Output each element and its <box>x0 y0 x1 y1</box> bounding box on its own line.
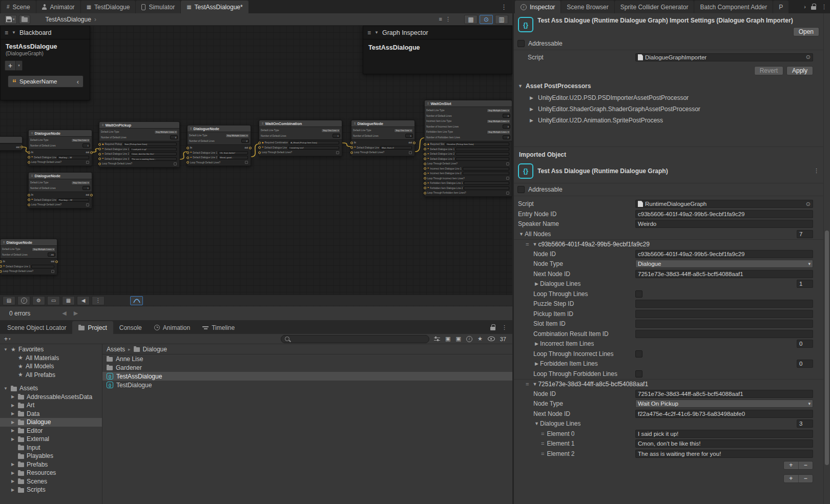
foldout-arrow-icon[interactable]: ▶ <box>533 281 540 286</box>
graph-node-waitonpickup[interactable]: ≡WaitOnPickupDefault Line TypeSay Multip… <box>99 121 180 167</box>
mini-object-field[interactable]: Gasoline (Pickup Item Data) <box>445 142 509 146</box>
text-field[interactable]: 7251e73e-38d3-44ff-a8c5-bcf54088aaf1 <box>635 390 813 398</box>
apply-button[interactable]: Apply <box>786 66 813 75</box>
output-port-icon[interactable] <box>55 260 58 263</box>
node-header[interactable]: ≡StartNode <box>0 137 22 143</box>
tree-favorites-root[interactable]: ▼★Favorites <box>0 345 102 354</box>
graph-node-startnode[interactable]: ≡StartNodeout <box>0 136 23 151</box>
inspector-tab-p[interactable]: P <box>773 1 789 13</box>
object-picker-icon[interactable]: ⊙ <box>806 54 811 60</box>
input-port-icon[interactable] <box>424 158 426 160</box>
package-icon[interactable]: ▣ <box>455 336 461 342</box>
input-port-icon[interactable] <box>186 161 189 164</box>
graph-node-dialoguenode[interactable]: ≡DialogueNodeDefault Line TypeSay One Li… <box>351 120 415 156</box>
mini-checkbox[interactable] <box>506 177 509 180</box>
info-icon[interactable]: i <box>466 336 472 342</box>
input-port-icon[interactable] <box>28 156 30 159</box>
input-port-icon[interactable] <box>0 270 2 272</box>
checkbox[interactable] <box>635 370 642 377</box>
inspector-tab-batch-component-adder[interactable]: Batch Component Adder <box>694 1 773 13</box>
drag-handle-icon[interactable]: = <box>541 431 544 437</box>
add-element-button[interactable]: + <box>784 475 799 482</box>
tree-arrow-icon[interactable]: ▶ <box>10 471 15 475</box>
output-port-icon[interactable] <box>413 141 416 144</box>
tree-arrow-icon[interactable]: ▶ <box>10 420 15 425</box>
breadcrumb-graph-name[interactable]: TestAssDialogue <box>46 16 91 23</box>
object-field[interactable]: RuntimeDialogueGraph⊙ <box>635 200 813 208</box>
input-port-icon[interactable] <box>258 151 261 154</box>
text-field[interactable] <box>635 300 813 308</box>
array-size-field[interactable]: 0 <box>797 340 813 348</box>
cells-button[interactable]: ▦ <box>62 296 75 305</box>
toggle-inspector-button[interactable]: ⊙ <box>480 15 493 24</box>
mini-text-field[interactable]: Had boy..., W <box>57 156 89 159</box>
plus-icon[interactable]: + <box>5 60 16 71</box>
search-input[interactable] <box>293 336 426 342</box>
mini-number-field[interactable]: 1 <box>405 134 413 138</box>
editor-tab-scene[interactable]: #Scene <box>1 1 36 13</box>
mini-number-field[interactable]: 3 <box>170 135 178 139</box>
tree-favorite-all-materials[interactable]: ★All Materials <box>0 354 102 363</box>
array-size-field[interactable]: 3 <box>797 419 813 428</box>
editor-tab-testdialogue[interactable]: ▦TestDialogue <box>81 1 136 13</box>
tree-arrow-icon[interactable]: ▼ <box>3 386 8 391</box>
mini-checkbox[interactable] <box>86 203 89 206</box>
play-button[interactable]: ◀ <box>77 296 90 305</box>
mini-checkbox[interactable] <box>409 151 412 154</box>
mini-number-field[interactable]: -55 <box>48 253 55 257</box>
mini-text-field[interactable] <box>31 265 54 268</box>
input-port-icon[interactable] <box>186 152 189 154</box>
mini-number-field[interactable]: 1 <box>82 143 90 148</box>
project-item-gardener[interactable]: Gardener <box>102 363 512 372</box>
importer-script-field[interactable]: DialogueGraphImporter ⊙ <box>635 53 813 61</box>
kebab-menu-icon[interactable]: ⋮ <box>445 16 451 22</box>
tree-arrow-icon[interactable]: ▶ <box>10 428 15 433</box>
tree-arrow-icon[interactable]: ▶ <box>10 479 15 484</box>
output-port-icon[interactable] <box>20 146 23 149</box>
dropdown-field[interactable]: Dialogue <box>635 260 813 268</box>
input-port-icon[interactable] <box>98 143 101 145</box>
mini-dropdown[interactable]: Say Multiple Lines <box>487 130 510 134</box>
output-port-icon[interactable] <box>249 146 252 149</box>
node-header[interactable]: ≡DialogueNode <box>29 130 92 137</box>
foldout-arrow-icon[interactable]: ▼ <box>533 421 540 426</box>
input-port-icon[interactable] <box>28 161 30 163</box>
hamburger-icon[interactable]: ≡ <box>439 16 442 22</box>
input-port-icon[interactable] <box>98 162 101 165</box>
graph-node-dialoguenode[interactable]: ≡DialogueNodeDefault Line TypeSay One Li… <box>28 172 92 208</box>
mini-text-field[interactable]: The ass is waiting there... <box>130 157 177 161</box>
project-item-testassdialogue[interactable]: {}TestAssDialogue <box>102 372 512 381</box>
blackboard-add-button[interactable]: + ▾ <box>5 60 90 71</box>
input-port-icon[interactable] <box>424 182 426 184</box>
text-field[interactable]: Weirdo <box>635 220 813 228</box>
breadcrumb-root[interactable]: Assets <box>107 346 125 353</box>
object-picker-icon[interactable]: ⊙ <box>806 201 811 207</box>
drag-handle-icon[interactable]: = <box>526 241 529 247</box>
tree-favorite-all-prefabs[interactable]: ★All Prefabs <box>0 371 102 380</box>
input-port-icon[interactable] <box>424 162 426 165</box>
tree-folder-scripts[interactable]: ▶Scripts <box>0 486 102 494</box>
tree-folder-resources[interactable]: ▶Resources <box>0 469 102 477</box>
favorites-star-icon[interactable]: ★ <box>478 336 483 342</box>
mini-checkbox[interactable] <box>506 162 509 165</box>
blackboard-panel[interactable]: ≡ ▼ Blackboard TestAssDialogue (Dialogue… <box>0 26 90 100</box>
graph-node-dialoguenode[interactable]: ≡DialogueNodeDefault Line TypeSay Multip… <box>0 239 57 275</box>
mini-number-field[interactable]: 1 <box>333 134 340 138</box>
drag-handle-icon[interactable]: = <box>541 451 544 457</box>
mini-checkbox[interactable] <box>245 161 248 164</box>
mini-text-field[interactable] <box>455 157 509 161</box>
create-asset-button[interactable]: +▾ <box>2 335 13 343</box>
graph-inspector-header[interactable]: ≡ ▼ Graph Inspector <box>363 26 512 39</box>
graph-node-waitonslot[interactable]: ≡WaitOnSlotDefault Line TypeSay Multiple… <box>424 100 512 197</box>
node-header[interactable]: ≡DialogueNode <box>351 120 414 127</box>
bottom-tab-scene-object-locator[interactable]: Scene Object Locator <box>1 321 72 334</box>
graph-node-dialoguenode[interactable]: ≡DialogueNodeDefault Line TypeSay One Li… <box>28 130 92 166</box>
graph-node-dialoguenode[interactable]: ≡DialogueNodeDefault Line TypeSay Multip… <box>187 125 251 166</box>
tree-favorite-all-models[interactable]: ★All Models <box>0 362 102 371</box>
text-field[interactable] <box>635 330 813 338</box>
tree-folder-dialogue[interactable]: ▶Dialogue <box>0 418 102 427</box>
tree-folder-addressableassetsdata[interactable]: ▶AddressableAssetsData <box>0 393 102 402</box>
open-button[interactable]: Open <box>793 27 819 36</box>
kebab-menu-icon[interactable]: ⋮ <box>814 168 819 174</box>
input-port-icon[interactable] <box>28 199 30 201</box>
